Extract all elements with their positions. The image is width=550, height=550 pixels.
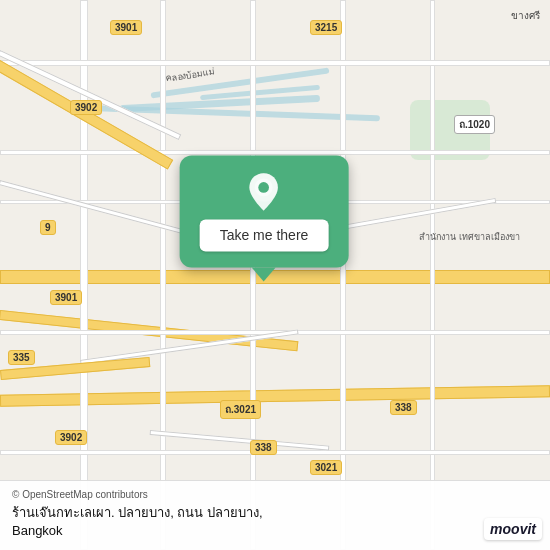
- road-h2: [0, 150, 550, 155]
- road-badge-338-1: 338: [390, 400, 417, 415]
- popup-bubble: Take me there: [180, 155, 349, 267]
- map-attribution: © OpenStreetMap contributors: [12, 489, 538, 500]
- road-badge-3901-1: 3901: [110, 20, 142, 35]
- take-me-there-button[interactable]: Take me there: [200, 219, 329, 251]
- svg-point-2: [259, 182, 270, 193]
- map-popup: Take me there: [180, 155, 349, 281]
- road-badge-3901-2: 3901: [50, 290, 82, 305]
- moovit-logo-text: oovit: [503, 521, 536, 537]
- road-badge-3902-2: 3902: [55, 430, 87, 445]
- moovit-m-letter: m: [490, 521, 502, 537]
- road-badge-3902-1: 3902: [70, 100, 102, 115]
- thai-label-main: สำนักงาน เทศขาลเมืองขา: [419, 230, 520, 244]
- road-badge-3021-1: ถ.3021: [220, 400, 261, 419]
- popup-tail: [252, 267, 276, 281]
- road-badge-3215: 3215: [310, 20, 342, 35]
- road-badge-9: 9: [40, 220, 56, 235]
- corner-label-top-right: ขางศรี: [511, 8, 540, 23]
- road-v5: [430, 0, 435, 550]
- road-h1: [0, 60, 550, 66]
- bottom-bar: © OpenStreetMap contributors ร้านเจ๊นกทะ…: [0, 480, 550, 550]
- road-v1: [80, 0, 88, 550]
- location-name: ร้านเจ๊นกทะเลเผา. ปลายบาง, ถนน ปลายบาง, …: [12, 504, 538, 540]
- road-badge-1020: ถ.1020: [454, 115, 495, 134]
- location-pin-icon: [244, 171, 284, 211]
- road-badge-3021-2: 3021: [310, 460, 342, 475]
- road-badge-335: 335: [8, 350, 35, 365]
- moovit-logo: m oovit: [484, 518, 542, 540]
- map-container: 3901 3902 9 3901 335 3902 ถ.3021 338 338…: [0, 0, 550, 550]
- road-badge-338-2: 338: [250, 440, 277, 455]
